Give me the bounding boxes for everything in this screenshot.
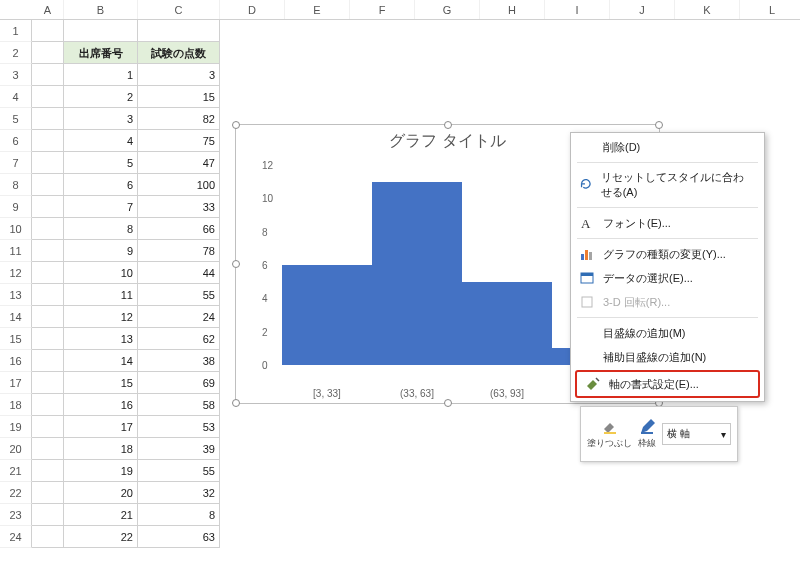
menu-item[interactable]: リセットしてスタイルに合わせる(A) xyxy=(571,166,764,204)
cell[interactable]: 17 xyxy=(64,416,138,438)
axis-selector[interactable]: 横 軸 ▾ xyxy=(662,423,731,445)
cell[interactable]: 18 xyxy=(64,438,138,460)
cell[interactable]: 32 xyxy=(138,482,220,504)
row-header[interactable]: 7 xyxy=(0,152,32,174)
cell[interactable]: 7 xyxy=(64,196,138,218)
row-header[interactable]: 16 xyxy=(0,350,32,372)
row-header[interactable]: 11 xyxy=(0,240,32,262)
cell[interactable] xyxy=(32,196,64,218)
cell[interactable] xyxy=(64,20,138,42)
col-header-D[interactable]: D xyxy=(220,0,285,19)
resize-handle[interactable] xyxy=(444,399,452,407)
menu-item[interactable]: 補助目盛線の追加(N) xyxy=(571,345,764,369)
cell[interactable]: 3 xyxy=(64,108,138,130)
row-header[interactable]: 2 xyxy=(0,42,32,64)
cell[interactable]: 38 xyxy=(138,350,220,372)
row-header[interactable]: 1 xyxy=(0,20,32,42)
cell[interactable]: 15 xyxy=(138,86,220,108)
row-header[interactable]: 3 xyxy=(0,64,32,86)
menu-item[interactable]: 削除(D) xyxy=(571,135,764,159)
cell[interactable]: 14 xyxy=(64,350,138,372)
cell[interactable]: 9 xyxy=(64,240,138,262)
cell[interactable] xyxy=(32,20,64,42)
resize-handle[interactable] xyxy=(655,121,663,129)
cell[interactable] xyxy=(32,416,64,438)
cell[interactable]: 11 xyxy=(64,284,138,306)
cell[interactable]: 66 xyxy=(138,218,220,240)
cell[interactable]: 78 xyxy=(138,240,220,262)
cell[interactable]: 22 xyxy=(64,526,138,548)
col-header-G[interactable]: G xyxy=(415,0,480,19)
cell[interactable]: 53 xyxy=(138,416,220,438)
cell[interactable] xyxy=(32,328,64,350)
cell[interactable]: 5 xyxy=(64,152,138,174)
cell[interactable]: 15 xyxy=(64,372,138,394)
row-header[interactable]: 24 xyxy=(0,526,32,548)
cell[interactable]: 3 xyxy=(138,64,220,86)
col-header-H[interactable]: H xyxy=(480,0,545,19)
row-header[interactable]: 23 xyxy=(0,504,32,526)
cell[interactable] xyxy=(32,130,64,152)
bar[interactable] xyxy=(462,282,552,365)
col-header-B[interactable]: B xyxy=(64,0,138,19)
menu-item[interactable]: データの選択(E)... xyxy=(571,266,764,290)
row-header[interactable]: 12 xyxy=(0,262,32,284)
col-header-E[interactable]: E xyxy=(285,0,350,19)
cell[interactable]: 1 xyxy=(64,64,138,86)
row-header[interactable]: 5 xyxy=(0,108,32,130)
cell[interactable]: 63 xyxy=(138,526,220,548)
bar[interactable] xyxy=(282,265,372,365)
cell[interactable]: 39 xyxy=(138,438,220,460)
cell[interactable] xyxy=(32,108,64,130)
col-header-K[interactable]: K xyxy=(675,0,740,19)
cell[interactable] xyxy=(32,438,64,460)
cell[interactable] xyxy=(32,482,64,504)
resize-handle[interactable] xyxy=(232,121,240,129)
row-header[interactable]: 14 xyxy=(0,306,32,328)
col-header-I[interactable]: I xyxy=(545,0,610,19)
cell[interactable]: 47 xyxy=(138,152,220,174)
cell[interactable]: 55 xyxy=(138,284,220,306)
cell[interactable] xyxy=(32,372,64,394)
cell[interactable]: 44 xyxy=(138,262,220,284)
cell[interactable] xyxy=(32,460,64,482)
row-header[interactable]: 20 xyxy=(0,438,32,460)
cell[interactable] xyxy=(32,394,64,416)
cell[interactable]: 75 xyxy=(138,130,220,152)
menu-item[interactable]: 軸の書式設定(E)... xyxy=(575,370,760,398)
cell[interactable] xyxy=(138,20,220,42)
row-header[interactable]: 4 xyxy=(0,86,32,108)
row-header[interactable]: 18 xyxy=(0,394,32,416)
cell[interactable]: 16 xyxy=(64,394,138,416)
resize-handle[interactable] xyxy=(444,121,452,129)
cell[interactable]: 82 xyxy=(138,108,220,130)
cell[interactable] xyxy=(32,174,64,196)
row-header[interactable]: 21 xyxy=(0,460,32,482)
cell[interactable]: 69 xyxy=(138,372,220,394)
cell[interactable]: 58 xyxy=(138,394,220,416)
menu-item[interactable]: 目盛線の追加(M) xyxy=(571,321,764,345)
cell[interactable]: 8 xyxy=(64,218,138,240)
cell[interactable]: 19 xyxy=(64,460,138,482)
cell[interactable]: 100 xyxy=(138,174,220,196)
col-header-F[interactable]: F xyxy=(350,0,415,19)
row-header[interactable]: 13 xyxy=(0,284,32,306)
row-header[interactable]: 17 xyxy=(0,372,32,394)
cell[interactable]: 試験の点数 xyxy=(138,42,220,64)
cell[interactable] xyxy=(32,262,64,284)
cell[interactable] xyxy=(32,504,64,526)
cell[interactable]: 12 xyxy=(64,306,138,328)
col-header-C[interactable]: C xyxy=(138,0,220,19)
cell[interactable]: 62 xyxy=(138,328,220,350)
cell[interactable]: 6 xyxy=(64,174,138,196)
row-header[interactable]: 22 xyxy=(0,482,32,504)
cell[interactable] xyxy=(32,218,64,240)
cell[interactable]: 8 xyxy=(138,504,220,526)
cell[interactable] xyxy=(32,240,64,262)
fill-button[interactable]: 塗りつぶし xyxy=(587,419,632,450)
cell[interactable]: 2 xyxy=(64,86,138,108)
row-header[interactable]: 19 xyxy=(0,416,32,438)
row-header[interactable]: 15 xyxy=(0,328,32,350)
resize-handle[interactable] xyxy=(232,399,240,407)
cell[interactable] xyxy=(32,42,64,64)
